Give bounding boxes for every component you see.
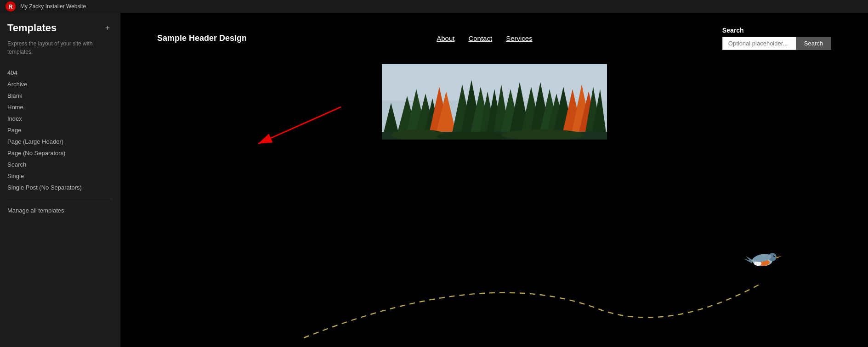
svg-point-37 — [774, 255, 775, 256]
svg-marker-35 — [777, 256, 782, 258]
sidebar: Templates + Express the layout of your s… — [0, 13, 120, 347]
sidebar-title: Templates — [7, 22, 57, 34]
preview-site-logo: Sample Header Design — [157, 34, 247, 43]
main-layout: Templates + Express the layout of your s… — [0, 13, 868, 347]
sidebar-divider — [7, 199, 113, 199]
search-input[interactable] — [722, 37, 796, 50]
content-area: Sample Header Design AboutContactService… — [120, 13, 868, 347]
sidebar-nav-item[interactable]: Page (Large Header) — [7, 136, 113, 147]
sidebar-description: Express the layout of your site with tem… — [7, 39, 113, 56]
sidebar-nav-item[interactable]: Home — [7, 101, 113, 113]
top-bar: R My Zacky Installer Website — [0, 0, 868, 13]
preview-nav-link[interactable]: Services — [506, 34, 533, 42]
search-button[interactable]: Search — [796, 37, 831, 50]
preview-header: Sample Header Design AboutContactService… — [120, 13, 868, 59]
sidebar-nav-item[interactable]: Single — [7, 170, 113, 182]
preview-nav: AboutContactServices — [437, 34, 532, 42]
search-label: Search — [722, 27, 831, 34]
preview-search-area: Search Search — [722, 27, 831, 50]
app-logo: R — [6, 1, 16, 11]
preview-nav-link[interactable]: About — [437, 34, 454, 42]
manage-all-templates-link[interactable]: Manage all templates — [7, 205, 113, 216]
sidebar-nav-item[interactable]: Single Post (No Separators) — [7, 182, 113, 193]
sidebar-nav-list: 404ArchiveBlankHomeIndexPagePage (Large … — [7, 67, 113, 193]
sidebar-nav-item[interactable]: Archive — [7, 78, 113, 90]
sidebar-header: Templates + — [7, 22, 113, 34]
add-template-button[interactable]: + — [102, 22, 113, 34]
bottom-scene — [120, 255, 868, 347]
sidebar-nav-item[interactable]: Page — [7, 124, 113, 136]
sidebar-nav-item[interactable]: Search — [7, 159, 113, 170]
sidebar-nav-item[interactable]: 404 — [7, 67, 113, 78]
forest-image-container — [120, 64, 868, 140]
sidebar-nav-item[interactable]: Blank — [7, 90, 113, 101]
site-title: My Zacky Installer Website — [20, 3, 86, 10]
search-row: Search — [722, 37, 831, 50]
forest-image — [382, 64, 607, 140]
preview-nav-link[interactable]: Contact — [468, 34, 492, 42]
sidebar-nav-item[interactable]: Index — [7, 113, 113, 124]
bird-image — [739, 241, 785, 274]
sidebar-nav-item[interactable]: Page (No Separators) — [7, 147, 113, 159]
